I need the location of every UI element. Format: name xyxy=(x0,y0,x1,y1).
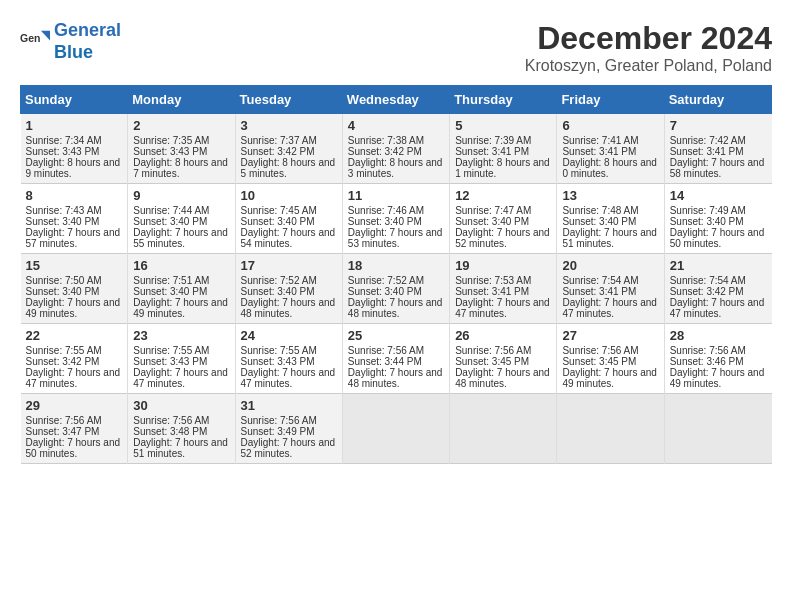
daylight-text: Daylight: 7 hours and 47 minutes. xyxy=(241,367,337,389)
day-number: 4 xyxy=(348,118,444,133)
sunrise-text: Sunrise: 7:56 AM xyxy=(670,345,767,356)
daylight-text: Daylight: 7 hours and 47 minutes. xyxy=(670,297,767,319)
sunset-text: Sunset: 3:40 PM xyxy=(562,216,658,227)
sunset-text: Sunset: 3:40 PM xyxy=(241,286,337,297)
calendar-cell: 14Sunrise: 7:49 AMSunset: 3:40 PMDayligh… xyxy=(664,184,771,254)
daylight-text: Daylight: 7 hours and 48 minutes. xyxy=(348,367,444,389)
day-number: 22 xyxy=(26,328,123,343)
day-number: 26 xyxy=(455,328,551,343)
sunset-text: Sunset: 3:42 PM xyxy=(241,146,337,157)
sunset-text: Sunset: 3:40 PM xyxy=(670,216,767,227)
calendar-cell xyxy=(664,394,771,464)
sunrise-text: Sunrise: 7:56 AM xyxy=(455,345,551,356)
daylight-text: Daylight: 8 hours and 5 minutes. xyxy=(241,157,337,179)
day-number: 1 xyxy=(26,118,123,133)
sunrise-text: Sunrise: 7:50 AM xyxy=(26,275,123,286)
sunset-text: Sunset: 3:40 PM xyxy=(455,216,551,227)
sunset-text: Sunset: 3:40 PM xyxy=(26,286,123,297)
calendar-cell: 18Sunrise: 7:52 AMSunset: 3:40 PMDayligh… xyxy=(342,254,449,324)
calendar-cell: 16Sunrise: 7:51 AMSunset: 3:40 PMDayligh… xyxy=(128,254,235,324)
day-number: 8 xyxy=(26,188,123,203)
calendar-cell: 20Sunrise: 7:54 AMSunset: 3:41 PMDayligh… xyxy=(557,254,664,324)
weekday-header: Tuesday xyxy=(235,86,342,114)
sunset-text: Sunset: 3:41 PM xyxy=(670,146,767,157)
logo: Gen General Blue xyxy=(20,20,121,63)
sunrise-text: Sunrise: 7:42 AM xyxy=(670,135,767,146)
sunrise-text: Sunrise: 7:56 AM xyxy=(348,345,444,356)
sunset-text: Sunset: 3:42 PM xyxy=(670,286,767,297)
weekday-header: Saturday xyxy=(664,86,771,114)
calendar-cell: 12Sunrise: 7:47 AMSunset: 3:40 PMDayligh… xyxy=(450,184,557,254)
daylight-text: Daylight: 7 hours and 58 minutes. xyxy=(670,157,767,179)
logo-text: General Blue xyxy=(54,20,121,63)
title-block: December 2024 Krotoszyn, Greater Poland,… xyxy=(525,20,772,75)
svg-marker-1 xyxy=(41,30,50,40)
header-row: SundayMondayTuesdayWednesdayThursdayFrid… xyxy=(21,86,772,114)
daylight-text: Daylight: 8 hours and 9 minutes. xyxy=(26,157,123,179)
day-number: 16 xyxy=(133,258,229,273)
sunset-text: Sunset: 3:42 PM xyxy=(348,146,444,157)
sunrise-text: Sunrise: 7:39 AM xyxy=(455,135,551,146)
sunrise-text: Sunrise: 7:54 AM xyxy=(562,275,658,286)
day-number: 17 xyxy=(241,258,337,273)
daylight-text: Daylight: 7 hours and 51 minutes. xyxy=(133,437,229,459)
calendar-table: SundayMondayTuesdayWednesdayThursdayFrid… xyxy=(20,85,772,464)
daylight-text: Daylight: 7 hours and 51 minutes. xyxy=(562,227,658,249)
sunset-text: Sunset: 3:49 PM xyxy=(241,426,337,437)
daylight-text: Daylight: 8 hours and 3 minutes. xyxy=(348,157,444,179)
calendar-cell: 6Sunrise: 7:41 AMSunset: 3:41 PMDaylight… xyxy=(557,114,664,184)
day-number: 10 xyxy=(241,188,337,203)
calendar-cell: 31Sunrise: 7:56 AMSunset: 3:49 PMDayligh… xyxy=(235,394,342,464)
sunset-text: Sunset: 3:40 PM xyxy=(348,216,444,227)
sunrise-text: Sunrise: 7:54 AM xyxy=(670,275,767,286)
sunrise-text: Sunrise: 7:38 AM xyxy=(348,135,444,146)
day-number: 12 xyxy=(455,188,551,203)
calendar-week-row: 22Sunrise: 7:55 AMSunset: 3:42 PMDayligh… xyxy=(21,324,772,394)
day-number: 3 xyxy=(241,118,337,133)
sunrise-text: Sunrise: 7:51 AM xyxy=(133,275,229,286)
sunset-text: Sunset: 3:44 PM xyxy=(348,356,444,367)
daylight-text: Daylight: 7 hours and 49 minutes. xyxy=(670,367,767,389)
sunrise-text: Sunrise: 7:55 AM xyxy=(133,345,229,356)
sunset-text: Sunset: 3:47 PM xyxy=(26,426,123,437)
daylight-text: Daylight: 7 hours and 49 minutes. xyxy=(26,297,123,319)
calendar-cell: 1Sunrise: 7:34 AMSunset: 3:43 PMDaylight… xyxy=(21,114,128,184)
calendar-cell: 7Sunrise: 7:42 AMSunset: 3:41 PMDaylight… xyxy=(664,114,771,184)
sunset-text: Sunset: 3:45 PM xyxy=(562,356,658,367)
calendar-cell: 3Sunrise: 7:37 AMSunset: 3:42 PMDaylight… xyxy=(235,114,342,184)
sunrise-text: Sunrise: 7:46 AM xyxy=(348,205,444,216)
sunset-text: Sunset: 3:42 PM xyxy=(26,356,123,367)
daylight-text: Daylight: 7 hours and 52 minutes. xyxy=(241,437,337,459)
day-number: 21 xyxy=(670,258,767,273)
weekday-header: Sunday xyxy=(21,86,128,114)
month-title: December 2024 xyxy=(525,20,772,57)
calendar-cell: 9Sunrise: 7:44 AMSunset: 3:40 PMDaylight… xyxy=(128,184,235,254)
day-number: 6 xyxy=(562,118,658,133)
sunset-text: Sunset: 3:41 PM xyxy=(562,286,658,297)
daylight-text: Daylight: 7 hours and 47 minutes. xyxy=(455,297,551,319)
day-number: 27 xyxy=(562,328,658,343)
daylight-text: Daylight: 7 hours and 54 minutes. xyxy=(241,227,337,249)
day-number: 31 xyxy=(241,398,337,413)
sunset-text: Sunset: 3:40 PM xyxy=(26,216,123,227)
sunrise-text: Sunrise: 7:49 AM xyxy=(670,205,767,216)
calendar-cell: 10Sunrise: 7:45 AMSunset: 3:40 PMDayligh… xyxy=(235,184,342,254)
calendar-cell: 2Sunrise: 7:35 AMSunset: 3:43 PMDaylight… xyxy=(128,114,235,184)
daylight-text: Daylight: 7 hours and 47 minutes. xyxy=(26,367,123,389)
calendar-cell: 4Sunrise: 7:38 AMSunset: 3:42 PMDaylight… xyxy=(342,114,449,184)
daylight-text: Daylight: 7 hours and 50 minutes. xyxy=(26,437,123,459)
day-number: 25 xyxy=(348,328,444,343)
sunset-text: Sunset: 3:40 PM xyxy=(348,286,444,297)
calendar-cell: 26Sunrise: 7:56 AMSunset: 3:45 PMDayligh… xyxy=(450,324,557,394)
day-number: 19 xyxy=(455,258,551,273)
calendar-cell: 23Sunrise: 7:55 AMSunset: 3:43 PMDayligh… xyxy=(128,324,235,394)
calendar-cell: 24Sunrise: 7:55 AMSunset: 3:43 PMDayligh… xyxy=(235,324,342,394)
sunset-text: Sunset: 3:48 PM xyxy=(133,426,229,437)
sunrise-text: Sunrise: 7:45 AM xyxy=(241,205,337,216)
daylight-text: Daylight: 7 hours and 47 minutes. xyxy=(562,297,658,319)
calendar-cell: 30Sunrise: 7:56 AMSunset: 3:48 PMDayligh… xyxy=(128,394,235,464)
day-number: 7 xyxy=(670,118,767,133)
weekday-header: Friday xyxy=(557,86,664,114)
sunset-text: Sunset: 3:40 PM xyxy=(133,216,229,227)
calendar-week-row: 1Sunrise: 7:34 AMSunset: 3:43 PMDaylight… xyxy=(21,114,772,184)
